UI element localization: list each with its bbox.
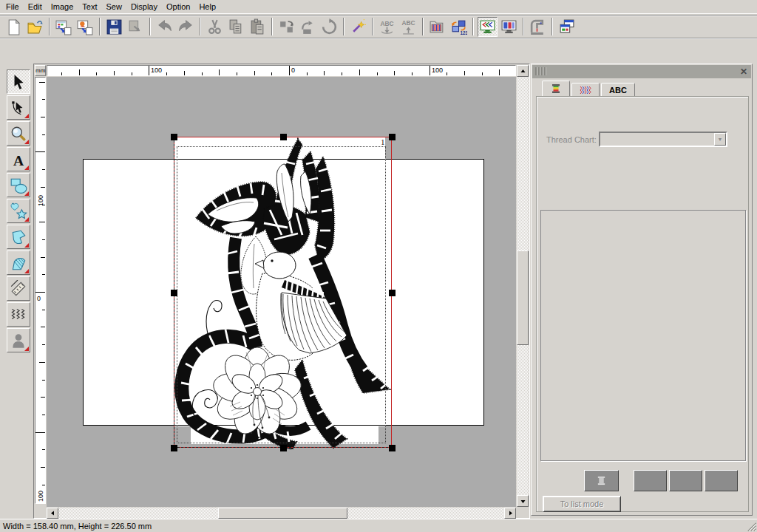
ruler-label: 100 <box>37 195 44 206</box>
ruler-unit-label: mm <box>35 67 45 74</box>
new-document-icon <box>5 18 22 35</box>
paste-icon <box>249 18 266 35</box>
view-stitch-button[interactable] <box>478 17 498 37</box>
ruler-tick <box>42 344 45 345</box>
tool-shape-manual[interactable] <box>7 225 30 249</box>
selection-handle[interactable] <box>389 290 396 296</box>
toolbar: ABCABC123 <box>0 15 757 38</box>
selection-handle[interactable] <box>280 445 287 451</box>
spool-icon <box>597 476 606 485</box>
menu-text[interactable]: Text <box>78 1 101 13</box>
selection-handle[interactable] <box>171 445 177 451</box>
cascade-windows-button[interactable] <box>557 17 577 37</box>
selection-handle[interactable] <box>389 134 396 140</box>
view-stitch-icon <box>479 18 496 35</box>
divide-stitch-button[interactable] <box>276 17 296 37</box>
color-swatch-button-3[interactable] <box>705 470 738 491</box>
panel-close-button[interactable]: ✕ <box>739 66 749 77</box>
paste-button[interactable] <box>248 17 268 37</box>
color-swatch-button-2[interactable] <box>669 470 702 491</box>
redo-button[interactable] <box>176 17 196 37</box>
stitch-folder-button[interactable] <box>427 17 447 37</box>
fit-text-down-button[interactable]: ABC <box>377 17 397 37</box>
menu-help[interactable]: Help <box>194 1 220 13</box>
stitch-simulator-button[interactable] <box>528 17 548 37</box>
import-image-button[interactable] <box>54 17 74 37</box>
ruler-tick <box>166 72 167 75</box>
cut-icon <box>206 18 223 35</box>
selection-handle[interactable] <box>171 290 177 296</box>
tool-zoom[interactable] <box>7 121 30 146</box>
import-figure-button[interactable] <box>75 17 95 37</box>
panel-titlebar[interactable]: ✕ <box>532 65 751 78</box>
ruler-tick <box>42 415 45 415</box>
tab-sewing-attributes[interactable] <box>571 83 600 97</box>
copy-button[interactable] <box>226 17 246 37</box>
toolbar-separator <box>343 18 344 35</box>
design-canvas[interactable]: 1 <box>47 77 516 507</box>
horizontal-scrollbar[interactable] <box>47 508 516 519</box>
menu-display[interactable]: Display <box>126 1 162 13</box>
cut-button[interactable] <box>205 17 225 37</box>
tool-shape-basic[interactable] <box>7 173 30 197</box>
rotate-button[interactable] <box>319 17 339 37</box>
status-bar: Width = 158.40 mm, Height = 226.50 mm <box>0 519 757 532</box>
to-list-mode-button[interactable]: To list mode <box>543 496 621 512</box>
resize-grip[interactable] <box>747 522 756 531</box>
tool-select[interactable] <box>7 69 30 94</box>
ruler-tick <box>132 72 132 75</box>
tool-point-edit[interactable] <box>7 95 30 120</box>
open-file-button[interactable] <box>25 17 45 37</box>
save-button[interactable] <box>104 17 124 37</box>
ruler-tick <box>254 71 255 75</box>
undo-button[interactable] <box>155 17 174 37</box>
scroll-right-button[interactable] <box>504 508 516 519</box>
view-realistic-button[interactable] <box>499 17 519 37</box>
vscroll-thumb[interactable] <box>517 250 529 345</box>
tool-shape-fancy[interactable] <box>7 199 30 223</box>
tool-stitch-design[interactable] <box>7 302 30 327</box>
panel-grip <box>538 67 540 75</box>
menu-file[interactable]: File <box>1 1 24 13</box>
menu-option[interactable]: Option <box>162 1 194 13</box>
tool-text[interactable]: A <box>7 147 30 171</box>
thread-chart-combo[interactable]: ▼ <box>599 132 727 147</box>
scroll-left-button[interactable] <box>47 508 58 519</box>
ruler-tick <box>35 151 45 152</box>
new-document-button[interactable] <box>4 17 24 37</box>
tool-measure[interactable] <box>7 276 30 301</box>
menu-sew[interactable]: Sew <box>101 1 126 13</box>
toolbar-separator <box>551 18 553 35</box>
save-icon <box>106 18 123 35</box>
tab-thread-color[interactable] <box>542 81 570 97</box>
tool-portrait[interactable] <box>7 328 30 352</box>
ruler-tick <box>96 72 97 75</box>
flyout-indicator <box>24 217 29 222</box>
scroll-up-button[interactable] <box>517 65 529 77</box>
ruler-tick <box>114 71 115 75</box>
selection-rect[interactable] <box>174 137 392 448</box>
ruler-tick <box>42 99 45 100</box>
vertical-scrollbar[interactable] <box>517 65 529 507</box>
toolbar-separator <box>523 18 524 35</box>
selection-handle[interactable] <box>389 445 396 451</box>
scroll-down-button[interactable] <box>517 495 529 507</box>
selection-handle[interactable] <box>280 134 287 140</box>
change-order-button[interactable]: 123 <box>449 17 469 37</box>
convert-stitch-button[interactable] <box>298 17 318 37</box>
tool-manual-punch[interactable] <box>7 250 30 275</box>
menu-edit[interactable]: Edit <box>24 1 47 13</box>
thread-color-button[interactable] <box>584 470 619 491</box>
combo-dropdown-button[interactable]: ▼ <box>714 133 726 146</box>
menu-image[interactable]: Image <box>47 1 78 13</box>
selection-handle[interactable] <box>171 134 177 140</box>
color-swatch-button-1[interactable] <box>634 470 667 491</box>
tab-text-attributes[interactable]: ABC <box>601 83 635 97</box>
sewing-attributes-panel: ✕ ABC Thread Chart: ▼ <box>531 64 753 516</box>
magic-wand-button[interactable] <box>348 17 368 37</box>
write-card-button[interactable] <box>126 17 146 37</box>
hscroll-thumb[interactable] <box>218 508 347 519</box>
fit-text-up-button[interactable]: ABC <box>398 17 418 37</box>
ruler-tick <box>39 362 45 363</box>
view-realistic-icon <box>500 18 517 35</box>
